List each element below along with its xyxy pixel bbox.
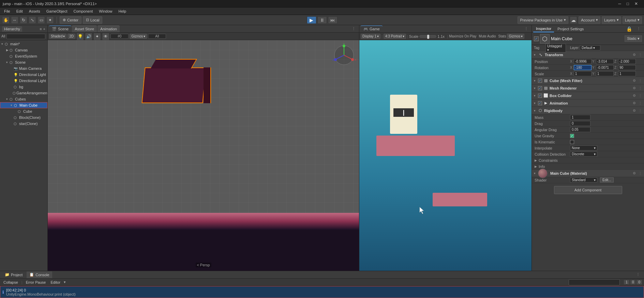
scene-tab[interactable]: 🎬 Scene (49, 26, 71, 32)
inspector-menu[interactable]: ⋮ (635, 27, 643, 31)
shader-dropdown[interactable]: Standard ▾ (570, 177, 597, 183)
constraints-row[interactable]: ▶ Constraints (532, 157, 644, 163)
hier-item-maincube[interactable]: ▾ ⬡ Main Cube (0, 102, 47, 108)
layout-btn[interactable]: Layout ▾ (623, 16, 642, 24)
drag-input[interactable]: 0 (570, 121, 590, 126)
scale-tool[interactable]: ⤡ (29, 16, 36, 24)
step-button[interactable]: ⏭ (328, 16, 338, 24)
rigidbody-more[interactable]: ⋮ (639, 109, 642, 112)
scene-all[interactable]: All (148, 34, 166, 39)
project-settings-tab[interactable]: Project Settings (555, 26, 586, 32)
menu-gameobject[interactable]: GameObject (44, 9, 70, 14)
gizmos-dropdown[interactable]: Gizmos ▾ (130, 34, 147, 39)
2d-btn[interactable]: 2D (68, 34, 75, 39)
pivot-center-btn[interactable]: ⊕ Center (60, 16, 81, 24)
interpolate-dropdown[interactable]: None ▾ (570, 145, 597, 151)
hier-item-dirlight2[interactable]: ▶ 💡 Directional Light (0, 78, 47, 84)
hier-item-cube[interactable]: ▶ ⬡ Cube (0, 108, 47, 114)
static-btn[interactable]: Static ▾ (625, 35, 642, 42)
mass-input[interactable]: 1 (570, 115, 590, 120)
collapse-btn[interactable]: Collapse (2, 280, 19, 284)
menu-assets[interactable]: Assets (26, 9, 43, 14)
hier-item-star[interactable]: ▶ ⬡ star(Clone) (0, 121, 47, 127)
rigidbody-gear[interactable]: ⚙ (633, 109, 636, 112)
mesh-filter-more[interactable]: ⋮ (639, 79, 642, 82)
rot-x-input[interactable]: -180 (574, 65, 591, 70)
menu-help[interactable]: Help (116, 9, 129, 14)
display-dropdown[interactable]: Display 1 ▾ (361, 34, 380, 39)
menu-file[interactable]: File (1, 9, 13, 14)
hier-item-dirlight1[interactable]: ▶ 💡 Directional Light (0, 72, 47, 78)
hierarchy-tab[interactable]: Hierarchy (2, 26, 22, 32)
mesh-renderer-gear[interactable]: ⚙ (633, 86, 636, 90)
rect-tool[interactable]: ▭ (38, 16, 45, 24)
material-gear[interactable]: ⚙ (633, 171, 636, 175)
animation-comp-more[interactable]: ⋮ (639, 101, 642, 105)
console-search[interactable] (569, 279, 620, 285)
project-tab[interactable]: 📁 Project (2, 271, 25, 278)
tag-dropdown[interactable]: Untagged ▾ (545, 44, 566, 52)
hier-item-block[interactable]: ▶ ⬡ Block(Clone) (0, 114, 47, 121)
layer-dropdown[interactable]: Default ▾ (580, 45, 600, 50)
menu-window[interactable]: Window (96, 9, 115, 14)
scene-panel-menu[interactable]: ⋮ (350, 27, 358, 31)
game-panel-menu[interactable]: ⋮ (522, 27, 530, 31)
box-collider-header[interactable]: ▾ ✓ ⬜ Box Collider ⚙ ⋮ (532, 92, 644, 99)
aspect-dropdown[interactable]: 4:3 Portrait ▾ (384, 34, 406, 39)
collision-dropdown[interactable]: Discrete ▾ (570, 152, 597, 157)
hier-item-scene[interactable]: ▾ ⬡ Scene (0, 59, 47, 65)
editor-arrow[interactable]: ▾ (64, 280, 66, 284)
use-gravity-checkbox[interactable]: ✓ (570, 134, 574, 138)
hier-item-gamearr[interactable]: ▶ ⬡ GameArrangement (0, 90, 47, 96)
game-tab[interactable]: 🎮 Game (361, 26, 383, 32)
hier-item-maincamera[interactable]: ▶ 📷 Main Camera (0, 65, 47, 72)
hand-tool[interactable]: ✋ (2, 16, 10, 24)
menu-edit[interactable]: Edit (14, 9, 26, 14)
hierarchy-menu-btn[interactable]: ≡ (40, 27, 42, 31)
window-close[interactable]: ✕ (632, 1, 640, 6)
game-view[interactable]: | (359, 40, 531, 271)
scene-view[interactable]: Y X Z < Persp (48, 40, 359, 271)
box-collider-gear[interactable]: ⚙ (633, 94, 636, 97)
asset-store-tab[interactable]: Asset Store (72, 26, 97, 32)
animation-comp-header[interactable]: ▾ ✓ ▶ Animation ⚙ ⋮ (532, 99, 644, 107)
maximize-btn[interactable]: Maximize On Play (449, 34, 477, 38)
rot-y-input[interactable]: -0.0071 (596, 65, 614, 70)
shading-dropdown[interactable]: Shaded ▾ (49, 34, 66, 39)
hierarchy-add-btn[interactable]: + (43, 27, 45, 31)
hier-item-eventsystem[interactable]: ▶ ⬡ EventSystem (0, 53, 47, 59)
scene-light-btn[interactable]: 💡 (76, 33, 84, 40)
hier-item-bg[interactable]: ▶ ⬡ bg (0, 84, 47, 90)
mesh-filter-enabled[interactable]: ✓ (538, 79, 542, 83)
pause-button[interactable]: ⏸ (317, 16, 327, 24)
console-tab[interactable]: 📋 Console (27, 271, 52, 278)
rot-z-input[interactable]: 90 (618, 65, 636, 70)
window-minimize[interactable]: ─ (616, 1, 623, 6)
clear-on-play-btn[interactable]: Error Pause (25, 280, 47, 284)
info-row[interactable]: ▶ Info (532, 163, 644, 170)
animation-tab[interactable]: Animation (98, 26, 120, 32)
edit-btn[interactable]: Edit... (600, 177, 614, 183)
layers-btn[interactable]: Layers ▾ (602, 16, 621, 24)
obj-icon[interactable]: ⬡ (540, 34, 550, 44)
obj-enabled-checkbox[interactable]: ✓ (534, 36, 539, 41)
scale-z-input[interactable]: 1 (618, 71, 636, 76)
scene-search[interactable]: #0 (110, 34, 129, 39)
editor-btn[interactable]: Editor (49, 280, 62, 284)
animation-comp-enabled[interactable]: ✓ (538, 101, 542, 105)
mesh-renderer-more[interactable]: ⋮ (639, 86, 642, 90)
play-button[interactable]: ▶ (307, 16, 316, 24)
inspector-tab[interactable]: Inspector (533, 26, 554, 32)
transform-more[interactable]: ⋮ (639, 53, 642, 57)
transform-tool[interactable]: ✦ (46, 16, 54, 24)
account-btn[interactable]: Account ▾ (579, 16, 600, 24)
console-log-entry[interactable]: ℹ [00:42:24] 0 UnityEngine.MonoBehaviour… (0, 286, 644, 298)
mesh-filter-header[interactable]: ▾ ✓ ▤ Cube (Mesh Filter) ⚙ ⋮ (532, 77, 644, 84)
scene-effects-btn[interactable]: ✦ (93, 33, 101, 40)
scale-slider[interactable] (419, 35, 436, 38)
stats-btn[interactable]: Stats (498, 34, 506, 38)
add-component-btn[interactable]: Add Component (554, 186, 622, 194)
move-tool[interactable]: ↔ (11, 16, 18, 24)
window-maximize[interactable]: □ (625, 1, 631, 6)
bottom-panel-menu[interactable]: ⋮ (634, 272, 642, 277)
